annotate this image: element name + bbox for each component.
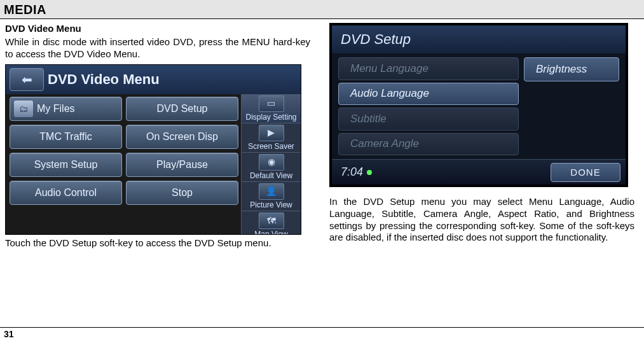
figure1-sidebar: ▭ Display Setting ▶ Screen Saver ◉ Defau… xyxy=(241,94,301,234)
done-button[interactable]: DONE xyxy=(551,163,620,182)
back-arrow-icon: ⬅ xyxy=(22,72,32,87)
map-view-label: Map View xyxy=(254,230,287,234)
stop-button[interactable]: Stop xyxy=(126,181,238,205)
on-screen-disp-label: On Screen Disp xyxy=(146,131,218,143)
audio-language-label: Audio Language xyxy=(350,87,429,100)
on-screen-disp-button[interactable]: On Screen Disp xyxy=(126,125,238,149)
figure2-right-list: Brightness xyxy=(524,57,619,155)
tmc-traffic-button[interactable]: TMC Traffic xyxy=(10,125,122,149)
camera-angle-label: Camera Angle xyxy=(350,137,419,150)
done-label: DONE xyxy=(570,167,600,178)
play-pause-button[interactable]: Play/Pause xyxy=(126,153,238,177)
subtitle-label: Subtitle xyxy=(350,113,387,125)
figure2-titlebar: DVD Setup xyxy=(332,25,626,53)
default-view-label: Default View xyxy=(250,172,292,180)
display-setting-label: Display Setting xyxy=(245,113,296,122)
brightness-item[interactable]: Brightness xyxy=(524,57,619,81)
tmc-traffic-label: TMC Traffic xyxy=(39,131,92,143)
page-number: 31 xyxy=(4,329,14,339)
subtitle-item: Subtitle xyxy=(338,108,519,130)
figure1-titlebar: ⬅ DVD Video Menu xyxy=(6,65,301,94)
screen-saver-item[interactable]: ▶ Screen Saver xyxy=(242,123,301,153)
figure1-title: DVD Video Menu xyxy=(48,71,301,88)
section-title: MEDIA xyxy=(4,3,640,17)
my-files-button[interactable]: 🗂 My Files xyxy=(10,97,122,121)
page-footer: 31 xyxy=(0,327,644,339)
dvd-video-menu-heading: DVD Video Menu xyxy=(5,23,310,34)
page-content: DVD Video Menu While in disc mode with i… xyxy=(0,19,644,253)
left-column: DVD Video Menu While in disc mode with i… xyxy=(5,23,310,253)
audio-control-button[interactable]: Audio Control xyxy=(10,181,122,205)
display-setting-item[interactable]: ▭ Display Setting xyxy=(242,94,301,123)
picture-view-label: Picture View xyxy=(250,201,292,209)
system-setup-label: System Setup xyxy=(34,159,98,171)
camera-angle-item: Camera Angle xyxy=(338,133,519,156)
picture-view-icon: 👤 xyxy=(259,183,284,200)
dvd-video-menu-figure: ⬅ DVD Video Menu 🗂 My Files DVD Setup TM… xyxy=(5,64,301,235)
play-pause-label: Play/Pause xyxy=(156,159,208,171)
dvd-video-menu-intro: While in disc mode with inserted video D… xyxy=(5,36,310,60)
figure2-left-list: Menu Language Audio Language Subtitle Ca… xyxy=(338,57,519,155)
display-setting-icon: ▭ xyxy=(259,95,284,112)
dvd-video-menu-caption: Touch the DVD Setup soft-key to access t… xyxy=(5,237,310,249)
default-view-item[interactable]: ◉ Default View xyxy=(242,153,301,182)
map-view-icon: 🗺 xyxy=(259,213,284,229)
clock-value: 7:04 xyxy=(341,165,363,179)
screen-saver-icon: ▶ xyxy=(259,125,284,141)
dvd-setup-label: DVD Setup xyxy=(156,103,207,115)
figure1-body: 🗂 My Files DVD Setup TMC Traffic On Scre… xyxy=(6,94,301,234)
figure2-title: DVD Setup xyxy=(341,31,411,48)
default-view-icon: ◉ xyxy=(259,154,284,171)
right-column: DVD Setup Menu Language Audio Language S… xyxy=(329,23,634,253)
dvd-setup-paragraph: In the DVD Setup menu you may select Men… xyxy=(329,196,634,244)
dvd-setup-button[interactable]: DVD Setup xyxy=(126,97,238,121)
menu-language-label: Menu Language xyxy=(350,62,428,75)
files-icon: 🗂 xyxy=(14,101,33,117)
status-dot-icon xyxy=(367,170,372,175)
stop-label: Stop xyxy=(172,187,193,199)
figure2-statusbar: 7:04 DONE xyxy=(332,159,626,185)
figure1-button-grid: 🗂 My Files DVD Setup TMC Traffic On Scre… xyxy=(6,94,241,234)
dvd-setup-figure: DVD Setup Menu Language Audio Language S… xyxy=(329,23,628,187)
audio-language-item[interactable]: Audio Language xyxy=(338,83,519,106)
system-setup-button[interactable]: System Setup xyxy=(10,153,122,177)
clock-display: 7:04 xyxy=(341,165,372,179)
picture-view-item[interactable]: 👤 Picture View xyxy=(242,182,301,211)
audio-control-label: Audio Control xyxy=(35,187,97,199)
map-view-item[interactable]: 🗺 Map View xyxy=(242,211,301,234)
section-header: MEDIA xyxy=(0,0,644,19)
back-button[interactable]: ⬅ xyxy=(10,68,44,91)
brightness-label: Brightness xyxy=(536,63,587,76)
screen-saver-label: Screen Saver xyxy=(248,143,294,151)
figure2-body: Menu Language Audio Language Subtitle Ca… xyxy=(332,53,626,159)
menu-language-item: Menu Language xyxy=(338,57,519,80)
my-files-label: My Files xyxy=(37,103,75,115)
